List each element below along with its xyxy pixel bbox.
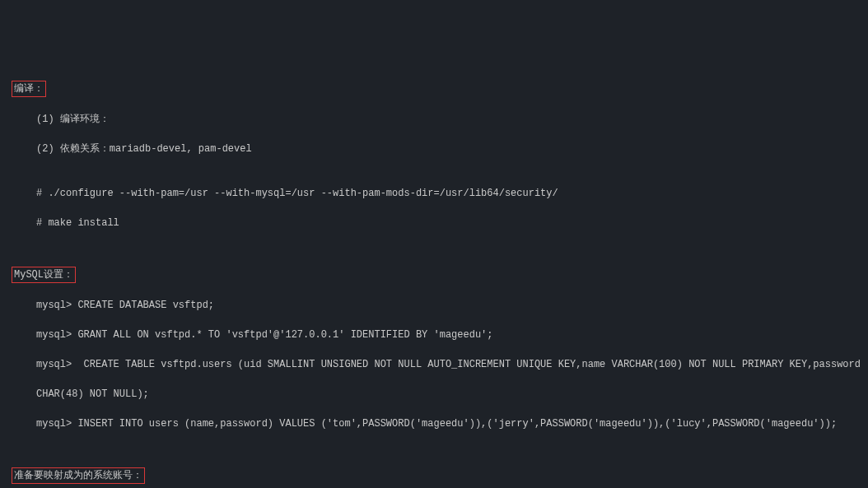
section-mysql-header: MySQL设置： xyxy=(12,267,76,283)
section-compile-header: 编译： xyxy=(12,81,46,97)
code-line: mysql> CREATE DATABASE vsftpd; xyxy=(36,298,861,313)
code-line: # ./configure --with-pam=/usr --with-mys… xyxy=(36,186,861,201)
code-line: (1) 编译环境： xyxy=(36,112,861,127)
code-line: CHAR(48) NOT NULL); xyxy=(36,387,861,402)
code-line: mysql> CREATE TABLE vsftpd.users (uid SM… xyxy=(36,357,861,372)
code-document: 编译： (1) 编译环境： (2) 依赖关系：mariadb-devel, pa… xyxy=(7,66,861,488)
code-line: # make install xyxy=(36,216,861,230)
code-line: (2) 依赖关系：mariadb-devel, pam-devel xyxy=(36,142,861,156)
section-sysaccount-header: 准备要映射成为的系统账号： xyxy=(12,467,145,484)
code-line: mysql> GRANT ALL ON vsftpd.* TO 'vsftpd'… xyxy=(36,328,861,342)
code-line: mysql> INSERT INTO users (name,password)… xyxy=(36,416,861,431)
